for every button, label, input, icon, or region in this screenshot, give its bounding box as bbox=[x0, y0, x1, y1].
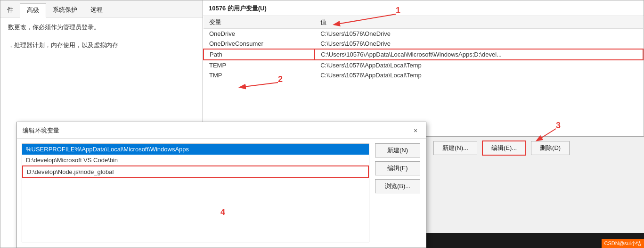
val-cell: C:\Users\10576\AppData\Local\Temp bbox=[315, 60, 643, 70]
var-cell: OneDrive bbox=[204, 29, 315, 39]
tab-remote[interactable]: 远程 bbox=[84, 3, 109, 17]
path-list-item-1[interactable]: D:\develop\Microsoft VS Code\bin bbox=[22, 155, 369, 165]
watermark: CSDN@sui小结 bbox=[602, 239, 644, 248]
path-list-item-2[interactable]: D:\develop\Node.js\node_global bbox=[22, 165, 369, 178]
var-cell-path: Path bbox=[204, 49, 315, 60]
dialog-body: %USERPROFILE%\AppData\Local\Microsoft\Wi… bbox=[17, 139, 426, 247]
dialog-title: 编辑环境变量 bbox=[23, 126, 59, 135]
var-cell: TEMP bbox=[204, 60, 315, 70]
edit-button[interactable]: 编辑(E)... bbox=[482, 141, 526, 156]
env-panel-title: 10576 的用户变量(U) bbox=[203, 0, 644, 16]
col-val: 值 bbox=[315, 16, 643, 29]
dialog-button-group: 新建(N) 编辑(E) 浏览(B)... bbox=[369, 139, 426, 247]
val-cell: C:\Users\10576\OneDrive bbox=[315, 39, 643, 49]
dialog-titlebar: 编辑环境变量 × bbox=[17, 122, 426, 139]
dialog-edit-button[interactable]: 编辑(E) bbox=[375, 161, 420, 175]
table-row[interactable]: OneDriveConsumer C:\Users\10576\OneDrive bbox=[204, 39, 643, 49]
var-cell: TMP bbox=[204, 70, 315, 80]
env-variables-panel: 10576 的用户变量(U) 变量 值 OneDrive C:\Users\10… bbox=[203, 0, 644, 137]
delete-button[interactable]: 删除(D) bbox=[531, 141, 570, 155]
table-row[interactable]: OneDrive C:\Users\10576\OneDrive bbox=[204, 29, 643, 39]
tab-advanced[interactable]: 高级 bbox=[20, 3, 46, 17]
new-button[interactable]: 新建(N)... bbox=[433, 141, 477, 155]
dialog-new-button[interactable]: 新建(N) bbox=[375, 143, 420, 157]
col-var: 变量 bbox=[204, 16, 315, 29]
right-buttons-panel: 新建(N)... 编辑(E)... 删除(D) bbox=[433, 141, 570, 156]
env-table: 变量 值 OneDrive C:\Users\10576\OneDrive On… bbox=[203, 16, 644, 80]
dialog-close-button[interactable]: × bbox=[411, 126, 420, 135]
edit-env-dialog: 编辑环境变量 × %USERPROFILE%\AppData\Local\Mic… bbox=[16, 122, 426, 248]
path-list-item-0[interactable]: %USERPROFILE%\AppData\Local\Microsoft\Wi… bbox=[22, 144, 369, 155]
path-list: %USERPROFILE%\AppData\Local\Microsoft\Wi… bbox=[22, 143, 369, 242]
tab-item-0[interactable]: 件 bbox=[0, 3, 20, 17]
val-cell: C:\Users\10576\OneDrive bbox=[315, 29, 643, 39]
var-cell: OneDriveConsumer bbox=[204, 39, 315, 49]
path-row[interactable]: Path C:\Users\10576\AppData\Local\Micros… bbox=[204, 49, 643, 60]
val-cell: C:\Users\10576\AppData\Local\Temp bbox=[315, 70, 643, 80]
dialog-browse-button[interactable]: 浏览(B)... bbox=[375, 179, 420, 193]
table-row[interactable]: TMP C:\Users\10576\AppData\Local\Temp bbox=[204, 70, 643, 80]
table-row[interactable]: TEMP C:\Users\10576\AppData\Local\Temp bbox=[204, 60, 643, 70]
tab-system-protection[interactable]: 系统保护 bbox=[46, 3, 84, 17]
val-cell-path: C:\Users\10576\AppData\Local\Microsoft\W… bbox=[315, 49, 643, 60]
